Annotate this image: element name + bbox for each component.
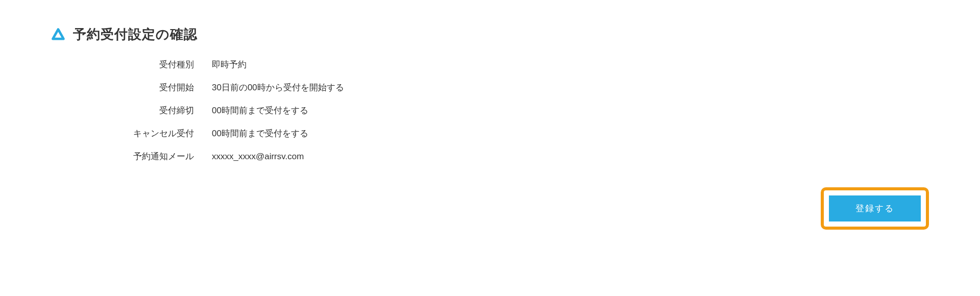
setting-value: xxxxx_xxxx@airrsv.com [212,152,304,162]
settings-confirmation-panel: 予約受付設定の確認 受付種別 即時予約 受付開始 30日前の00時から受付を開始… [0,0,980,199]
setting-row-notification-email: 予約通知メール xxxxx_xxxx@airrsv.com [84,151,929,162]
setting-value: 00時間前まで受付をする [212,128,308,139]
setting-row-reception-type: 受付種別 即時予約 [84,59,929,70]
action-button-area: 登録する [821,187,929,230]
section-triangle-icon [51,28,65,42]
setting-row-reception-deadline: 受付締切 00時間前まで受付をする [84,105,929,116]
setting-value: 00時間前まで受付をする [212,105,308,116]
setting-row-cancel-reception: キャンセル受付 00時間前まで受付をする [84,128,929,139]
setting-label: 予約通知メール [84,151,212,162]
setting-label: 受付種別 [84,59,212,70]
page-title: 予約受付設定の確認 [73,26,198,43]
setting-value: 即時予約 [212,59,247,70]
setting-label: 受付締切 [84,105,212,116]
section-header: 予約受付設定の確認 [51,26,929,43]
setting-label: 受付開始 [84,82,212,93]
register-button[interactable]: 登録する [829,195,921,221]
settings-list: 受付種別 即時予約 受付開始 30日前の00時から受付を開始する 受付締切 00… [84,59,929,162]
setting-value: 30日前の00時から受付を開始する [212,82,344,93]
highlight-box: 登録する [821,187,929,230]
setting-label: キャンセル受付 [84,128,212,139]
setting-row-reception-start: 受付開始 30日前の00時から受付を開始する [84,82,929,93]
